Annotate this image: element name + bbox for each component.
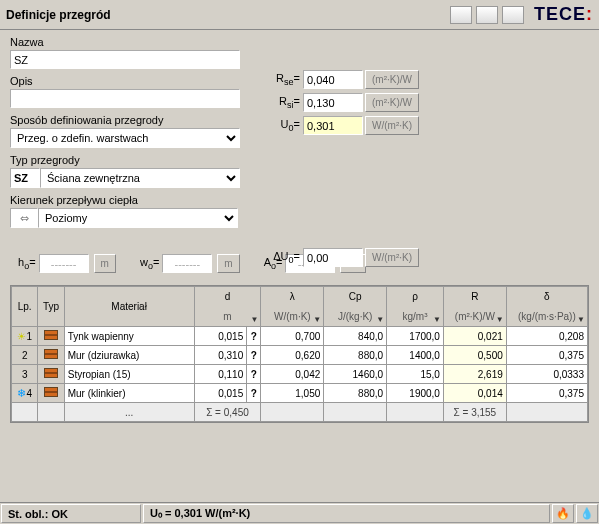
h0-unit-button[interactable]: m [94, 254, 116, 273]
type-label: Typ przegrody [10, 154, 589, 166]
u0-unit-button[interactable]: W/(m²·K) [365, 116, 419, 135]
h0-value: ------- [39, 254, 89, 273]
def-method-select[interactable]: Przeg. o zdefin. warstwach [10, 128, 240, 148]
col-rho[interactable]: ρ [387, 287, 444, 307]
brick-icon [44, 349, 58, 359]
table-row[interactable]: 2Mur (dziurawka)0,310?0,620880,01400,00,… [12, 346, 588, 365]
w0-value: ------- [162, 254, 212, 273]
type-code: SZ [10, 168, 40, 188]
status-calc: St. obl.: OK [1, 504, 141, 523]
rsi-label: Rsi= [260, 95, 300, 110]
du0-input[interactable] [303, 248, 363, 267]
status-icon-1[interactable]: 🔥 [552, 504, 574, 523]
col-delta-unit[interactable]: (kg/(m·s·Pa))▼ [506, 307, 587, 327]
brand-logo: TECE: [534, 4, 593, 25]
flow-select[interactable]: Poziomy [38, 208, 238, 228]
u0-label: U0= [260, 118, 300, 133]
col-d-unit[interactable]: m▼ [194, 307, 261, 327]
col-delta[interactable]: δ [506, 287, 587, 307]
page-title: Definicje przegród [6, 8, 111, 22]
rsi-unit-button[interactable]: (m²·K)/W [365, 93, 419, 112]
col-lambda-unit[interactable]: W/(m·K)▼ [261, 307, 324, 327]
col-rho-unit[interactable]: kg/m³▼ [387, 307, 444, 327]
col-r[interactable]: R [443, 287, 506, 307]
status-u0: U₀ = 0,301 W/(m²·K) [143, 504, 550, 523]
col-r-unit[interactable]: (m²·K)/W▼ [443, 307, 506, 327]
brick-icon [44, 368, 58, 378]
rse-unit-button[interactable]: (m²·K)/W [365, 70, 419, 89]
toolbar-icon-2[interactable] [476, 6, 498, 24]
sum-r: Σ = 3,155 [443, 403, 506, 422]
materials-table[interactable]: Lp. Typ Materiał d λ Cp ρ R δ m▼ W/(m·K)… [10, 285, 589, 423]
col-typ[interactable]: Typ [38, 287, 64, 327]
w0-unit-button[interactable]: m [217, 254, 239, 273]
rsi-input[interactable] [303, 93, 363, 112]
col-lp[interactable]: Lp. [12, 287, 38, 327]
h0-label: ho= [18, 256, 36, 271]
du0-label: ΔU0= [250, 250, 300, 265]
rse-label: Rse= [260, 72, 300, 87]
brick-icon [44, 330, 58, 340]
name-input[interactable] [10, 50, 240, 69]
type-select[interactable]: Ściana zewnętrzna [40, 168, 240, 188]
brick-icon [44, 387, 58, 397]
table-row[interactable]: ☀1Tynk wapienny0,015?0,700840,01700,00,0… [12, 327, 588, 346]
u0-output [303, 116, 363, 135]
desc-input[interactable] [10, 89, 240, 108]
flow-label: Kierunek przepływu ciepła [10, 194, 589, 206]
col-cp[interactable]: Cp [324, 287, 387, 307]
col-d[interactable]: d [194, 287, 261, 307]
table-row[interactable]: 3Styropian (15)0,110?0,0421460,015,02,61… [12, 365, 588, 384]
status-icon-2[interactable]: 💧 [576, 504, 598, 523]
col-lambda[interactable]: λ [261, 287, 324, 307]
rse-input[interactable] [303, 70, 363, 89]
col-material[interactable]: Materiał [64, 287, 194, 327]
du0-unit-button[interactable]: W/(m²·K) [365, 248, 419, 267]
table-row[interactable]: ❄4Mur (klinkier)0,015?1,050880,01900,00,… [12, 384, 588, 403]
w0-label: wo= [140, 256, 159, 271]
toolbar-icon-3[interactable] [502, 6, 524, 24]
flow-direction-icon: ⇔ [10, 208, 38, 228]
name-label: Nazwa [10, 36, 589, 48]
col-cp-unit[interactable]: J/(kg·K)▼ [324, 307, 387, 327]
sum-d: Σ = 0,450 [194, 403, 261, 422]
toolbar-icon-1[interactable] [450, 6, 472, 24]
